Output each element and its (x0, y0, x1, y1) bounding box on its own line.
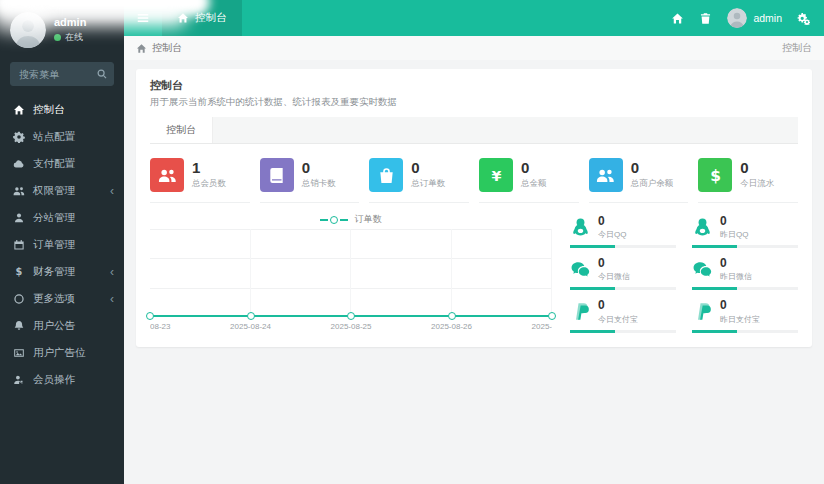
stat-text: 0总商户余额 (631, 160, 674, 191)
online-status: 在线 (54, 31, 86, 44)
sidebar-item-label: 财务管理 (33, 265, 75, 279)
stat-value: 0 (631, 160, 674, 177)
mini-stat: 0今日支付宝 (570, 299, 676, 332)
mini-stat-label: 今日支付宝 (598, 314, 638, 325)
mini-stat-top: 0昨日支付宝 (692, 299, 798, 324)
mini-stat-label: 昨日QQ (720, 229, 748, 240)
mini-stat-text: 0昨日QQ (720, 215, 748, 240)
mini-stat: 0今日微信 (570, 257, 676, 290)
sidebar-item-label: 权限管理 (33, 184, 75, 198)
sidebar-item[interactable]: 控制台 (0, 96, 124, 123)
tab-label: 控制台 (195, 11, 227, 25)
chart-gridline (451, 229, 452, 317)
search-icon[interactable] (96, 68, 108, 80)
mini-stat: 0昨日支付宝 (692, 299, 798, 332)
chevron-left-icon: ‹ (110, 293, 114, 305)
chart-plot (150, 229, 552, 317)
mini-stat-bar (570, 245, 676, 248)
sidebar-item[interactable]: 站点配置 (0, 123, 124, 150)
sidebar-username: admin (54, 16, 86, 28)
mini-stat: 0昨日微信 (692, 257, 798, 290)
stat-label: 总会员数 (192, 178, 226, 190)
mini-stat-bar (570, 330, 676, 333)
sidebar-item-label: 分站管理 (33, 211, 75, 225)
stat-text: 0今日流水 (740, 160, 774, 191)
user-panel: admin 在线 (0, 0, 124, 58)
chart-legend[interactable]: 订单数 (150, 213, 552, 226)
mini-stat-text: 0昨日支付宝 (720, 299, 760, 324)
mini-stat-text: 0今日微信 (598, 257, 630, 282)
wechat-icon (692, 259, 713, 280)
sidebar-item-label: 订单管理 (33, 238, 75, 252)
chart-gridline (150, 288, 552, 289)
mini-stat-top: 0今日微信 (570, 257, 676, 282)
mini-stat-bar-fill (692, 330, 737, 333)
stat-card: 0总订单数 (369, 154, 469, 203)
tab-dashboard[interactable]: 控制台 (162, 0, 242, 36)
mini-stat-value: 0 (598, 299, 638, 312)
mini-stat-top: 0今日QQ (570, 215, 676, 240)
chart-gridline (150, 229, 552, 230)
sidebar-item[interactable]: 订单管理 (0, 231, 124, 258)
legend-line-icon (340, 219, 348, 221)
panel-header: 控制台 用于展示当前系统中的统计数据、统计报表及重要实时数据 控制台 (136, 69, 812, 144)
dollar-icon: $ (13, 266, 25, 278)
user-icon (13, 212, 25, 224)
main-content: 控制台 用于展示当前系统中的统计数据、统计报表及重要实时数据 控制台 1总会员数… (124, 60, 824, 484)
bag-icon (369, 158, 403, 192)
chart-gridline (350, 229, 351, 317)
sidebar-item-label: 会员操作 (33, 373, 75, 387)
home-icon (136, 43, 147, 54)
mini-stat-value: 0 (720, 299, 760, 312)
sidebar-item[interactable]: 更多选项‹ (0, 285, 124, 312)
hamburger-menu-icon[interactable] (136, 11, 150, 25)
panel-tab-dashboard[interactable]: 控制台 (150, 117, 213, 143)
sidebar-menu: 控制台站点配置支付配置权限管理‹分站管理订单管理$财务管理‹更多选项‹用户公告用… (0, 96, 124, 393)
chevron-left-icon: ‹ (110, 266, 114, 278)
data-point (247, 312, 255, 320)
user-menu[interactable]: admin (727, 8, 782, 28)
stat-value: 1 (192, 160, 226, 177)
sidebar-item[interactable]: 支付配置 (0, 150, 124, 177)
user-info: admin 在线 (54, 16, 86, 44)
orders-chart: 订单数 2025-08-232025-08-242025-08-252025-0… (150, 215, 552, 331)
data-point (448, 312, 456, 320)
avatar (727, 8, 747, 28)
breadcrumb-label[interactable]: 控制台 (152, 41, 182, 55)
mini-stat-value: 0 (598, 215, 626, 228)
x-tick-label: 2025-08-23 (150, 322, 170, 331)
sidebar-item[interactable]: $财务管理‹ (0, 258, 124, 285)
sidebar: admin 在线 控制台站点配置支付配置权限管理‹分站管理订单管理$财务管理‹更… (0, 0, 124, 484)
sidebar-item[interactable]: 用户广告位 (0, 339, 124, 366)
stat-card: 0总销卡数 (260, 154, 360, 203)
mini-stat-bar-fill (692, 287, 737, 290)
home-icon[interactable] (671, 12, 684, 25)
users-icon (13, 185, 25, 197)
svg-text:$: $ (710, 166, 721, 184)
mini-stat-text: 0昨日微信 (720, 257, 752, 282)
mini-stat-label: 今日QQ (598, 229, 626, 240)
dashboard-panel: 控制台 用于展示当前系统中的统计数据、统计报表及重要实时数据 控制台 1总会员数… (136, 69, 812, 347)
mini-stat-top: 0今日支付宝 (570, 299, 676, 324)
gear-icon (13, 131, 25, 143)
mini-stat-top: 0昨日微信 (692, 257, 798, 282)
users-icon (150, 158, 184, 192)
mini-stat: 0昨日QQ (692, 215, 798, 248)
sidebar-item[interactable]: 分站管理 (0, 204, 124, 231)
sidebar-item[interactable]: 会员操作 (0, 366, 124, 393)
sidebar-item[interactable]: 权限管理‹ (0, 177, 124, 204)
mini-stat-label: 昨日微信 (720, 271, 752, 282)
cogs-icon[interactable] (797, 12, 810, 25)
status-dot-icon (54, 34, 61, 41)
content-row: 订单数 2025-08-232025-08-242025-08-252025-0… (150, 215, 798, 333)
data-point (548, 312, 556, 320)
page-subtitle: 用于展示当前系统中的统计数据、统计报表及重要实时数据 (150, 96, 798, 109)
circle-icon (13, 293, 25, 305)
stat-text: 0总金额 (521, 160, 547, 191)
mini-stat-bar (692, 287, 798, 290)
stat-card: 0总商户余额 (589, 154, 689, 203)
stat-card: $0今日流水 (698, 154, 798, 203)
sidebar-item[interactable]: 用户公告 (0, 312, 124, 339)
chart-x-labels: 2025-08-232025-08-242025-08-252025-08-26… (150, 320, 552, 331)
trash-icon[interactable] (699, 12, 712, 25)
